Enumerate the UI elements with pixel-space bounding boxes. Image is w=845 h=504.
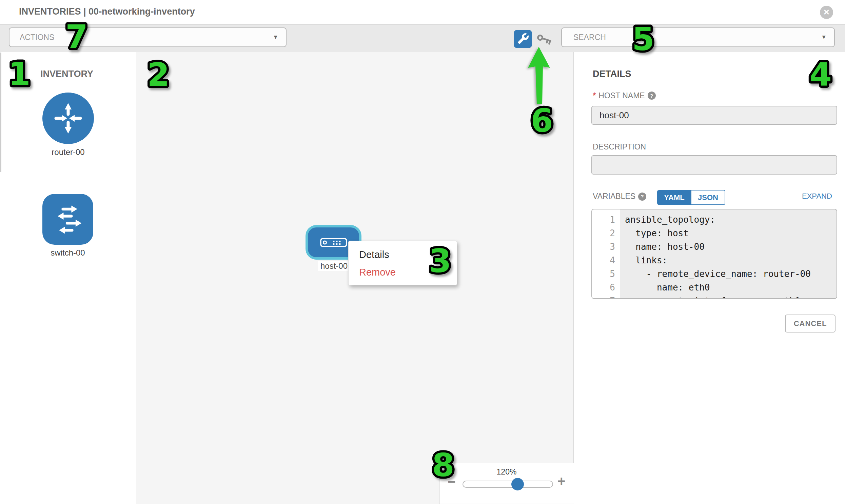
variables-label-row: VARIABLES ?: [593, 192, 646, 201]
required-marker: *: [593, 91, 596, 100]
zoom-slider-track[interactable]: [462, 481, 553, 488]
host-name-value: host-00: [599, 110, 629, 121]
code-line: remote_interface_name: eth0: [625, 294, 837, 299]
toolbar: ACTIONS ▼ SEARCH: [0, 25, 845, 53]
close-icon: ✕: [823, 8, 830, 17]
description-label-text: DESCRIPTION: [593, 142, 646, 151]
variables-format-toggle: YAML JSON: [657, 190, 725, 205]
host-node-label: host-00: [318, 261, 350, 271]
code-line: name: host-00: [625, 240, 837, 253]
line-number: 1: [592, 213, 620, 227]
code-line: ansible_topology:: [625, 213, 837, 227]
close-button[interactable]: ✕: [820, 6, 833, 19]
description-label: DESCRIPTION: [593, 142, 646, 151]
line-number: 6: [592, 281, 620, 294]
context-menu-remove[interactable]: Remove: [349, 263, 457, 281]
device-label: switch-00: [51, 248, 85, 257]
inventory-sidebar: INVENTORY: [0, 52, 136, 504]
code-line: type: host: [625, 227, 837, 240]
sidebar-item-router-00[interactable]: router-00: [42, 92, 94, 157]
zoom-control-panel: 120% − +: [439, 463, 574, 504]
sidebar-scroll-shadow: [0, 53, 1, 172]
wrench-icon: [515, 32, 530, 47]
search-placeholder: SEARCH: [574, 33, 606, 42]
line-number: 7: [592, 294, 620, 299]
line-number: 3: [592, 240, 620, 253]
yaml-toggle-button[interactable]: YAML: [658, 191, 691, 204]
cancel-button[interactable]: CANCEL: [785, 314, 835, 332]
line-number: 4: [592, 253, 620, 267]
device-label: router-00: [52, 147, 85, 157]
switch-icon: [42, 194, 93, 245]
line-number: 5: [592, 267, 620, 281]
expand-link[interactable]: EXPAND: [802, 192, 832, 201]
sidebar-item-switch-00[interactable]: switch-00: [42, 194, 93, 257]
zoom-out-button[interactable]: −: [447, 474, 455, 489]
actions-dropdown[interactable]: ACTIONS ▼: [9, 28, 286, 47]
editor-gutter: 1234567: [592, 210, 620, 298]
help-icon[interactable]: ?: [648, 91, 656, 100]
host-icon: [320, 238, 347, 247]
variables-label: VARIABLES: [593, 192, 635, 201]
zoom-level-value: 120%: [439, 467, 574, 476]
inventories-topology-screen: INVENTORIES | 00-networking-inventory ✕ …: [0, 0, 845, 504]
description-field[interactable]: [592, 155, 837, 175]
help-icon[interactable]: ?: [638, 193, 646, 201]
host-name-field[interactable]: host-00: [592, 106, 837, 125]
chevron-down-icon: ▼: [821, 34, 827, 41]
app-header: INVENTORIES | 00-networking-inventory ✕: [0, 0, 845, 25]
router-icon: [42, 92, 94, 144]
host-name-label-row: * HOST NAME ?: [593, 91, 656, 100]
topology-canvas[interactable]: host-00 Details Remove 120% − +: [136, 52, 574, 504]
json-toggle-button[interactable]: JSON: [691, 191, 725, 204]
page-title: INVENTORIES | 00-networking-inventory: [19, 6, 195, 17]
chevron-down-icon: ▼: [272, 34, 278, 41]
context-menu-details[interactable]: Details: [349, 246, 457, 263]
editor-code: ansible_topology: type: host name: host-…: [620, 210, 837, 298]
details-title: DETAILS: [593, 69, 631, 79]
actions-dropdown-label: ACTIONS: [20, 33, 54, 42]
line-number: 2: [592, 227, 620, 240]
search-dropdown[interactable]: SEARCH ▼: [561, 28, 835, 47]
variables-code-editor[interactable]: 1234567 ansible_topology: type: host nam…: [592, 209, 837, 299]
code-line: name: eth0: [625, 281, 837, 294]
key-icon: [537, 32, 554, 47]
sidebar-title: INVENTORY: [40, 69, 93, 79]
code-line: links:: [625, 253, 837, 267]
configure-tool-button[interactable]: [514, 30, 532, 48]
details-panel: DETAILS * HOST NAME ? host-00 DESCRIPTIO…: [574, 52, 845, 504]
node-context-menu: Details Remove: [348, 241, 457, 285]
credentials-key-button[interactable]: [537, 32, 554, 47]
zoom-slider-handle[interactable]: [511, 478, 524, 490]
host-name-label: HOST NAME: [598, 91, 645, 100]
zoom-in-button[interactable]: +: [558, 473, 565, 489]
code-line: - remote_device_name: router-00: [625, 267, 837, 281]
